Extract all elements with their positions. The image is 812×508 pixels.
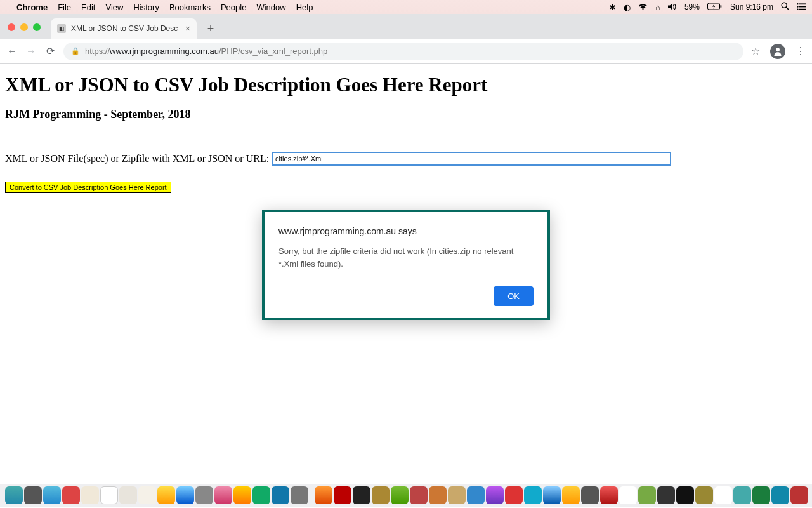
alert-ok-button[interactable]: OK	[494, 286, 534, 306]
status-icon[interactable]: ✱	[609, 3, 616, 12]
dock-app-filezilla[interactable]	[334, 486, 351, 504]
url-host: www.rjmprogramming.com.au	[110, 46, 219, 56]
dock-app[interactable]	[543, 486, 561, 504]
svg-rect-1	[720, 5, 721, 8]
airplay-icon[interactable]: ⌂	[655, 3, 660, 12]
wifi-icon[interactable]	[638, 3, 648, 12]
menu-help[interactable]: Help	[296, 3, 313, 12]
dock-app-firefox[interactable]	[315, 486, 332, 504]
new-tab-button[interactable]: +	[202, 20, 219, 37]
dock-app[interactable]	[524, 486, 542, 504]
dock-app-appstore[interactable]	[272, 486, 289, 504]
window-zoom-button[interactable]	[33, 23, 41, 31]
dock-app[interactable]	[619, 486, 637, 504]
dock-app[interactable]	[157, 486, 175, 504]
dock-app[interactable]	[505, 486, 523, 504]
menubar-clock[interactable]: Sun 9:16 pm	[730, 3, 773, 11]
dock-app-calendar[interactable]	[100, 486, 118, 504]
page-content: XML or JSON to CSV Job Description Goes …	[0, 64, 812, 199]
bookmark-star-icon[interactable]: ☆	[751, 45, 760, 57]
menu-edit[interactable]: Edit	[81, 3, 95, 12]
address-bar[interactable]: 🔒 https://www.rjmprogramming.com.au/PHP/…	[63, 43, 743, 60]
menu-history[interactable]: History	[133, 3, 159, 12]
forward-button: →	[25, 46, 37, 57]
dock-app[interactable]	[600, 486, 618, 504]
dock-app[interactable]	[790, 486, 808, 504]
chrome-toolbar: ← → ⟳ 🔒 https://www.rjmprogramming.com.a…	[0, 39, 812, 64]
back-button[interactable]: ←	[6, 46, 18, 57]
tab-close-icon[interactable]: ×	[185, 23, 190, 34]
alert-message: Sorry, but the zipfile criteria did not …	[278, 245, 534, 270]
dock-app[interactable]	[581, 486, 599, 504]
dock-app[interactable]	[467, 486, 485, 504]
macos-dock	[0, 484, 812, 507]
dock-app[interactable]	[195, 486, 213, 504]
alert-title: www.rjmprogramming.com.au says	[278, 226, 534, 236]
svg-line-3	[786, 7, 789, 10]
menu-people[interactable]: People	[221, 3, 246, 12]
dock-app[interactable]	[657, 486, 675, 504]
dock-app[interactable]	[24, 486, 42, 504]
window-close-button[interactable]	[8, 23, 15, 31]
dock-app[interactable]	[429, 486, 447, 504]
dock-app[interactable]	[372, 486, 390, 504]
spotlight-icon[interactable]	[781, 2, 789, 12]
dock-app[interactable]	[176, 486, 194, 504]
dock-app[interactable]	[252, 486, 270, 504]
menubar-app-name[interactable]: Chrome	[16, 3, 48, 12]
convert-button[interactable]: Convert to CSV Job Description Goes Here…	[5, 182, 171, 193]
dock-app-excel[interactable]	[752, 486, 770, 504]
dock-app[interactable]	[62, 486, 80, 504]
dock-app-terminal[interactable]	[353, 486, 370, 504]
battery-charging-icon	[707, 3, 723, 12]
menu-list-icon[interactable]	[797, 3, 806, 12]
dock-app[interactable]	[410, 486, 428, 504]
dock-app-itunes[interactable]	[214, 486, 232, 504]
menu-window[interactable]: Window	[256, 3, 285, 12]
macos-menubar: Chrome File Edit View History Bookmarks …	[0, 0, 812, 14]
file-url-input[interactable]	[272, 152, 671, 166]
javascript-alert-dialog: www.rjmprogramming.com.au says Sorry, bu…	[262, 210, 550, 320]
dock-app[interactable]	[676, 486, 694, 504]
url-scheme: https://	[85, 46, 110, 56]
menu-file[interactable]: File	[58, 3, 71, 12]
dock-app[interactable]	[291, 486, 308, 504]
menu-view[interactable]: View	[105, 3, 123, 12]
dock-app-ibooks[interactable]	[233, 486, 251, 504]
dock-app[interactable]	[486, 486, 504, 504]
dock-app[interactable]	[119, 486, 137, 504]
dock-app[interactable]	[638, 486, 656, 504]
tab-title: XML or JSON to CSV Job Desc	[71, 24, 178, 33]
svg-rect-9	[799, 8, 806, 10]
dock-app[interactable]	[448, 486, 466, 504]
dock-app[interactable]	[771, 486, 789, 504]
lock-icon[interactable]: 🔒	[71, 47, 80, 55]
chrome-menu-icon[interactable]: ⋮	[796, 45, 806, 57]
dock-app-chrome[interactable]	[714, 486, 732, 504]
status-icon[interactable]: ◐	[624, 3, 631, 12]
url-path: /PHP/csv_via_xml_report.php	[219, 46, 327, 56]
svg-rect-7	[799, 6, 806, 7]
dock-app[interactable]	[733, 486, 751, 504]
page-subtitle: RJM Programming - September, 2018	[5, 108, 807, 121]
svg-point-4	[797, 3, 799, 5]
browser-tab[interactable]: ◧ XML or JSON to CSV Job Desc ×	[51, 18, 197, 39]
svg-point-8	[797, 8, 799, 10]
volume-icon[interactable]	[668, 3, 677, 12]
window-minimize-button[interactable]	[20, 23, 28, 31]
chrome-tab-strip: ◧ XML or JSON to CSV Job Desc × +	[0, 14, 812, 39]
menu-bookmarks[interactable]: Bookmarks	[169, 3, 211, 12]
dock-app[interactable]	[138, 486, 156, 504]
dock-app[interactable]	[695, 486, 713, 504]
file-input-label: XML or JSON File(spec) or Zipfile with X…	[5, 153, 269, 164]
dock-app-safari[interactable]	[43, 486, 61, 504]
dock-app[interactable]	[81, 486, 99, 504]
profile-avatar-icon[interactable]	[770, 44, 785, 59]
dock-app[interactable]	[562, 486, 580, 504]
svg-point-10	[776, 48, 780, 51]
reload-button[interactable]: ⟳	[44, 45, 56, 57]
svg-rect-5	[799, 3, 806, 4]
dock-app[interactable]	[391, 486, 409, 504]
svg-point-6	[797, 6, 799, 8]
dock-app-finder[interactable]	[5, 486, 23, 504]
